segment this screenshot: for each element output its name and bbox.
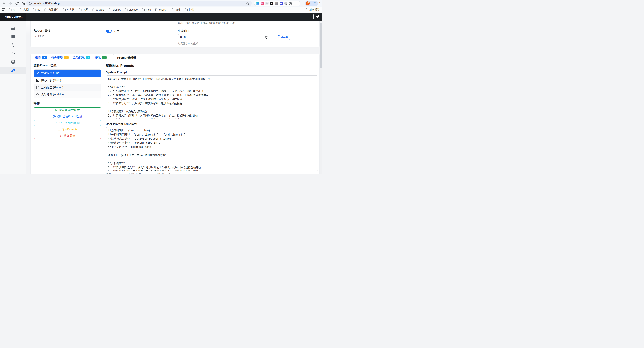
activity-icon: [11, 43, 15, 47]
tab-reports[interactable]: 报告 3: [35, 54, 47, 61]
bookmark-folder-ai-tools[interactable]: ai tools: [92, 8, 104, 11]
report-enable-toggle[interactable]: [106, 29, 112, 33]
back-icon[interactable]: [1, 1, 6, 6]
forward-icon[interactable]: [8, 1, 13, 6]
bookmarks-bar: AI 文档 ios 内容资料 AI工具 UI库 ai tools prompt …: [0, 6, 322, 13]
actions-panel: 保存当前Prompts 使用当前Prompt生成 导出所有Prompts 导入P…: [34, 107, 101, 139]
upload-icon: [58, 128, 60, 131]
bookmark-folder-mcp[interactable]: mcp: [142, 8, 151, 11]
report-subtitle: 每日总结: [34, 34, 44, 38]
system-prompt-textarea[interactable]: 你的核心职责是：提供阶段性工作评价、未来规划提醒，帮助用户更好地管理时间和任务。…: [106, 75, 318, 119]
bookmark-folder-content[interactable]: 内容资料: [44, 8, 58, 11]
extension-photo-icon[interactable]: [275, 2, 278, 5]
tab-activities[interactable]: 活动记录 0: [73, 54, 90, 61]
template-variable-tip: 提示：User prompt 中可以使用 {variable} 形式的模板变量: [106, 173, 318, 174]
sidebar: [0, 21, 26, 174]
pause-badge-icon: [286, 3, 288, 5]
tab-prompt-editor[interactable]: Prompt编辑器: [112, 54, 141, 61]
user-prompt-textarea[interactable]: **当前时间**: {current_time} **分析时间范围**: {st…: [106, 127, 318, 171]
extension-art-icon[interactable]: [280, 2, 283, 5]
file-text-icon: [36, 86, 39, 89]
bookmark-folder-ai2code[interactable]: ai2code: [125, 8, 138, 11]
download-icon: [55, 122, 58, 124]
address-bar[interactable]: localhost:8000/debug: [26, 1, 252, 6]
manual-generate-button[interactable]: 手动生成: [276, 33, 290, 40]
prompt-type-report[interactable]: 活动报告 (Report): [34, 84, 101, 91]
generate-time-hint: 每天固定时间生成: [178, 42, 198, 45]
debug-tabs-card: 报告 3 待办事项 0 活动记录 0 提示 0 Prompt编辑器 选择Prom…: [30, 54, 320, 174]
extensions-puzzle-icon[interactable]: [289, 2, 292, 5]
generate-time-field: [178, 34, 270, 40]
import-prompts-button[interactable]: 导入Prompts: [34, 127, 101, 132]
apps-grid-icon[interactable]: [2, 8, 5, 11]
key-icon: [316, 15, 319, 19]
home-icon[interactable]: [21, 1, 26, 6]
prompt-type-activity[interactable]: 实时活动 (Activity): [34, 91, 101, 98]
prompt-editor-panel: 智能提示 Prompts System Prompt: 你的核心职责是：提供阶段…: [106, 63, 318, 174]
actions-heading: 操作: [34, 101, 101, 105]
report-title: Report 日报: [34, 28, 50, 32]
extension-swirl-icon[interactable]: [256, 2, 259, 5]
interval-hint: 最小: 1800 (30分钟) | 推荐: 1800-3600 (30-60分钟…: [178, 21, 235, 25]
tab-bar: 报告 3 待办事项 0 活动记录 0 提示 0 Prompt编辑器: [30, 54, 320, 61]
system-prompt-label: System Prompt:: [106, 71, 318, 74]
bookmark-folder-ios[interactable]: ios: [33, 8, 40, 11]
app-header: MineContext: [0, 13, 322, 21]
bookmark-star-icon[interactable]: [246, 2, 249, 5]
activities-count-badge: 0: [86, 56, 90, 59]
sidebar-item-chat[interactable]: [0, 50, 26, 57]
bookmark-folder-ai[interactable]: AI: [9, 8, 15, 11]
prompt-type-tips[interactable]: 智能提示 (Tips): [34, 69, 101, 77]
bulb-icon: [36, 71, 39, 75]
save-prompts-button[interactable]: 保存当前Prompts: [34, 107, 101, 113]
tips-count-badge: 0: [102, 56, 106, 59]
extension-translate-icon[interactable]: 中A: [260, 2, 264, 5]
check-square-icon: [36, 79, 39, 82]
list-icon: [11, 34, 15, 39]
wrench-icon: [11, 68, 15, 72]
report-settings-card: 最小: 1800 (30分钟) | 推荐: 1800-3600 (30-60分钟…: [30, 21, 320, 47]
app-brand: MineContext: [5, 15, 22, 18]
sidebar-item-home[interactable]: [0, 24, 26, 32]
bookmark-folder-docs[interactable]: 文档: [20, 8, 28, 11]
extension-medium-icon[interactable]: M: [270, 2, 273, 5]
tab-todos[interactable]: 待办事项 0: [51, 54, 68, 61]
clock-icon[interactable]: [265, 36, 268, 39]
profile-chip[interactable]: 张 工作: [305, 0, 318, 6]
prompt-type-todo[interactable]: 待办事项 (Todo): [34, 77, 101, 84]
bookmark-folder-guide[interactable]: 攻略: [172, 8, 180, 11]
profile-name: 工作: [311, 2, 316, 5]
sidebar-item-settings[interactable]: [0, 67, 26, 74]
url-text[interactable]: localhost:8000/debug: [34, 2, 246, 5]
extension-paused-icon[interactable]: [284, 2, 288, 5]
site-info-icon[interactable]: [29, 2, 32, 5]
bookmark-folder-ai-tools-cn[interactable]: AI工具: [63, 8, 74, 11]
save-icon: [55, 109, 58, 112]
user-prompt-label: User Prompt Template:: [106, 122, 318, 126]
generate-time-input[interactable]: [178, 34, 270, 40]
all-bookmarks[interactable]: 所有书签: [306, 8, 320, 11]
page-scrollbar[interactable]: [320, 21, 322, 174]
export-prompts-button[interactable]: 导出所有Prompts: [34, 120, 101, 126]
generate-with-prompt-button[interactable]: 使用当前Prompt生成: [34, 114, 101, 119]
editor-heading: 智能提示 Prompts: [106, 63, 318, 68]
pulse-icon: [36, 93, 39, 96]
extension-atom-icon[interactable]: [265, 2, 268, 5]
api-key-button[interactable]: [313, 13, 322, 20]
home-icon: [11, 26, 15, 30]
scrollbar-thumb[interactable]: [320, 22, 322, 68]
reload-icon[interactable]: [14, 1, 19, 6]
bookmark-folder-prompt[interactable]: prompt: [109, 8, 120, 11]
sidebar-item-database[interactable]: [0, 58, 26, 65]
bookmark-folder-english[interactable]: english: [155, 8, 167, 11]
reports-count-badge: 3: [42, 56, 47, 59]
chat-icon: [11, 51, 15, 56]
browser-menu-icon[interactable]: ⋮: [318, 1, 322, 5]
tab-tips[interactable]: 提示 0: [95, 54, 106, 61]
sidebar-item-activity[interactable]: [0, 41, 26, 49]
bookmark-folder-ui-lib[interactable]: UI库: [79, 8, 88, 11]
page-content: 最小: 1800 (30分钟) | 推荐: 1800-3600 (30-60分钟…: [26, 21, 322, 174]
restore-default-button[interactable]: 恢复原始: [34, 133, 101, 139]
bookmark-folder-daily[interactable]: 日报: [185, 8, 194, 11]
sidebar-item-list[interactable]: [0, 33, 26, 40]
